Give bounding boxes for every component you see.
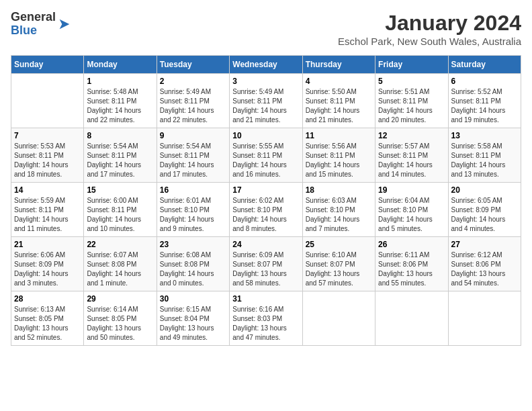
day-info: Sunrise: 6:03 AM Sunset: 8:10 PM Dayligh…	[306, 196, 372, 234]
day-info: Sunrise: 5:52 AM Sunset: 8:11 PM Dayligh…	[451, 87, 518, 125]
day-info: Sunrise: 6:11 AM Sunset: 8:06 PM Dayligh…	[378, 250, 445, 288]
day-number: 10	[232, 131, 299, 140]
day-info: Sunrise: 5:49 AM Sunset: 8:11 PM Dayligh…	[160, 87, 226, 125]
day-number: 21	[14, 240, 81, 249]
calendar-cell: 24Sunrise: 6:09 AM Sunset: 8:07 PM Dayli…	[230, 237, 302, 291]
week-row-4: 21Sunrise: 6:06 AM Sunset: 8:09 PM Dayli…	[11, 237, 521, 291]
day-info: Sunrise: 6:14 AM Sunset: 8:05 PM Dayligh…	[87, 305, 153, 342]
day-number: 25	[306, 240, 372, 249]
day-info: Sunrise: 6:06 AM Sunset: 8:09 PM Dayligh…	[14, 250, 81, 288]
day-info: Sunrise: 5:56 AM Sunset: 8:11 PM Dayligh…	[306, 142, 372, 179]
day-info: Sunrise: 6:10 AM Sunset: 8:07 PM Dayligh…	[306, 250, 372, 288]
calendar-cell: 18Sunrise: 6:03 AM Sunset: 8:10 PM Dayli…	[302, 183, 375, 237]
day-number: 16	[160, 185, 226, 195]
day-info: Sunrise: 6:16 AM Sunset: 8:03 PM Dayligh…	[232, 305, 299, 342]
day-number: 28	[14, 294, 81, 304]
calendar-cell: 2Sunrise: 5:49 AM Sunset: 8:11 PM Daylig…	[157, 74, 229, 128]
calendar-title: January 2024	[338, 11, 521, 36]
logo-general: General	[11, 11, 56, 24]
day-info: Sunrise: 5:51 AM Sunset: 8:11 PM Dayligh…	[378, 87, 445, 125]
calendar-table: SundayMondayTuesdayWednesdayThursdayFrid…	[11, 55, 521, 346]
day-number: 1	[87, 77, 153, 86]
svg-marker-0	[60, 19, 70, 29]
day-number: 8	[87, 131, 153, 140]
day-number: 4	[306, 77, 372, 86]
day-number: 23	[160, 240, 226, 249]
calendar-cell: 6Sunrise: 5:52 AM Sunset: 8:11 PM Daylig…	[448, 74, 521, 128]
day-info: Sunrise: 6:07 AM Sunset: 8:08 PM Dayligh…	[87, 250, 153, 288]
calendar-cell: 19Sunrise: 6:04 AM Sunset: 8:10 PM Dayli…	[375, 183, 448, 237]
day-number: 6	[451, 77, 518, 86]
calendar-cell: 11Sunrise: 5:56 AM Sunset: 8:11 PM Dayli…	[302, 128, 375, 183]
day-info: Sunrise: 5:50 AM Sunset: 8:11 PM Dayligh…	[306, 87, 372, 125]
day-number: 14	[14, 185, 81, 195]
header: General Blue January 2024 Eschol Park, N…	[11, 11, 521, 47]
day-number: 9	[160, 131, 226, 140]
calendar-cell: 16Sunrise: 6:01 AM Sunset: 8:10 PM Dayli…	[157, 183, 229, 237]
day-number: 15	[87, 185, 153, 195]
calendar-cell: 7Sunrise: 5:53 AM Sunset: 8:11 PM Daylig…	[11, 128, 84, 183]
calendar-cell: 28Sunrise: 6:13 AM Sunset: 8:05 PM Dayli…	[11, 291, 84, 346]
day-info: Sunrise: 6:00 AM Sunset: 8:11 PM Dayligh…	[87, 196, 153, 234]
day-header-tuesday: Tuesday	[157, 56, 229, 74]
logo: General Blue	[11, 11, 72, 38]
day-header-friday: Friday	[375, 56, 448, 74]
day-info: Sunrise: 5:49 AM Sunset: 8:11 PM Dayligh…	[232, 87, 299, 125]
day-number: 2	[160, 77, 226, 86]
calendar-cell	[302, 291, 375, 346]
day-number: 31	[232, 294, 299, 304]
day-info: Sunrise: 6:13 AM Sunset: 8:05 PM Dayligh…	[14, 305, 81, 342]
week-row-2: 7Sunrise: 5:53 AM Sunset: 8:11 PM Daylig…	[11, 128, 521, 183]
day-info: Sunrise: 5:53 AM Sunset: 8:11 PM Dayligh…	[14, 142, 81, 179]
day-number: 19	[378, 185, 445, 195]
day-number: 5	[378, 77, 445, 86]
calendar-cell: 27Sunrise: 6:12 AM Sunset: 8:06 PM Dayli…	[448, 237, 521, 291]
day-info: Sunrise: 5:58 AM Sunset: 8:11 PM Dayligh…	[451, 142, 518, 179]
calendar-cell: 26Sunrise: 6:11 AM Sunset: 8:06 PM Dayli…	[375, 237, 448, 291]
calendar-cell: 3Sunrise: 5:49 AM Sunset: 8:11 PM Daylig…	[230, 74, 302, 128]
day-info: Sunrise: 6:05 AM Sunset: 8:09 PM Dayligh…	[451, 196, 518, 234]
day-header-wednesday: Wednesday	[230, 56, 302, 74]
day-header-thursday: Thursday	[302, 56, 375, 74]
day-info: Sunrise: 5:48 AM Sunset: 8:11 PM Dayligh…	[87, 87, 153, 125]
calendar-cell: 21Sunrise: 6:06 AM Sunset: 8:09 PM Dayli…	[11, 237, 84, 291]
day-info: Sunrise: 6:12 AM Sunset: 8:06 PM Dayligh…	[451, 250, 518, 288]
day-number: 13	[451, 131, 518, 140]
calendar-cell	[375, 291, 448, 346]
calendar-cell: 25Sunrise: 6:10 AM Sunset: 8:07 PM Dayli…	[302, 237, 375, 291]
calendar-subtitle: Eschol Park, New South Wales, Australia	[338, 36, 521, 47]
day-number: 30	[160, 294, 226, 304]
day-header-sunday: Sunday	[11, 56, 84, 74]
day-number: 26	[378, 240, 445, 249]
day-info: Sunrise: 5:54 AM Sunset: 8:11 PM Dayligh…	[160, 142, 226, 179]
calendar-cell: 20Sunrise: 6:05 AM Sunset: 8:09 PM Dayli…	[448, 183, 521, 237]
calendar-cell: 13Sunrise: 5:58 AM Sunset: 8:11 PM Dayli…	[448, 128, 521, 183]
calendar-cell: 22Sunrise: 6:07 AM Sunset: 8:08 PM Dayli…	[84, 237, 157, 291]
day-info: Sunrise: 6:04 AM Sunset: 8:10 PM Dayligh…	[378, 196, 445, 234]
day-info: Sunrise: 6:02 AM Sunset: 8:10 PM Dayligh…	[232, 196, 299, 234]
day-number: 12	[378, 131, 445, 140]
calendar-cell: 31Sunrise: 6:16 AM Sunset: 8:03 PM Dayli…	[230, 291, 302, 346]
week-row-5: 28Sunrise: 6:13 AM Sunset: 8:05 PM Dayli…	[11, 291, 521, 346]
day-info: Sunrise: 5:55 AM Sunset: 8:11 PM Dayligh…	[232, 142, 299, 179]
calendar-cell: 23Sunrise: 6:08 AM Sunset: 8:08 PM Dayli…	[157, 237, 229, 291]
logo-blue: Blue	[11, 24, 56, 38]
day-info: Sunrise: 6:09 AM Sunset: 8:07 PM Dayligh…	[232, 250, 299, 288]
calendar-cell: 10Sunrise: 5:55 AM Sunset: 8:11 PM Dayli…	[230, 128, 302, 183]
week-row-3: 14Sunrise: 5:59 AM Sunset: 8:11 PM Dayli…	[11, 183, 521, 237]
day-header-saturday: Saturday	[448, 56, 521, 74]
day-info: Sunrise: 5:57 AM Sunset: 8:11 PM Dayligh…	[378, 142, 445, 179]
calendar-body: 1Sunrise: 5:48 AM Sunset: 8:11 PM Daylig…	[11, 74, 521, 346]
day-number: 3	[232, 77, 299, 86]
logo-arrow-icon	[57, 17, 72, 32]
week-row-1: 1Sunrise: 5:48 AM Sunset: 8:11 PM Daylig…	[11, 74, 521, 128]
title-section: January 2024 Eschol Park, New South Wale…	[338, 11, 521, 47]
calendar-cell: 4Sunrise: 5:50 AM Sunset: 8:11 PM Daylig…	[302, 74, 375, 128]
day-number: 29	[87, 294, 153, 304]
calendar-cell: 30Sunrise: 6:15 AM Sunset: 8:04 PM Dayli…	[157, 291, 229, 346]
calendar-cell: 14Sunrise: 5:59 AM Sunset: 8:11 PM Dayli…	[11, 183, 84, 237]
calendar-cell: 8Sunrise: 5:54 AM Sunset: 8:11 PM Daylig…	[84, 128, 157, 183]
day-info: Sunrise: 6:15 AM Sunset: 8:04 PM Dayligh…	[160, 305, 226, 342]
day-number: 17	[232, 185, 299, 195]
day-info: Sunrise: 6:01 AM Sunset: 8:10 PM Dayligh…	[160, 196, 226, 234]
